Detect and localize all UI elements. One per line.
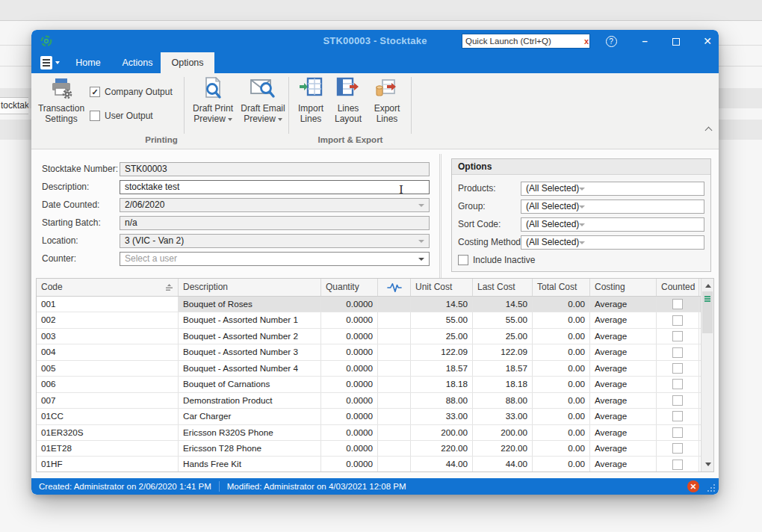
grid-cell[interactable]: 0.00 bbox=[533, 393, 590, 408]
grid-cell[interactable]: 0.0000 bbox=[321, 409, 378, 424]
grid-cell[interactable]: Hands Free Kit bbox=[179, 457, 321, 471]
grid-cell[interactable]: Average bbox=[590, 297, 657, 312]
grid-row[interactable]: 01CCCar Charger0.000033.0033.000.00Avera… bbox=[37, 409, 713, 424]
starting-batch-field[interactable]: n/a bbox=[120, 216, 430, 230]
grid-cell[interactable]: 0.00 bbox=[533, 441, 590, 456]
column-header-description[interactable]: Description bbox=[179, 279, 321, 296]
description-field[interactable]: stocktake test bbox=[120, 180, 430, 194]
grid-cell[interactable]: 0.0000 bbox=[321, 297, 378, 312]
status-close-icon[interactable]: ✕ bbox=[687, 480, 699, 492]
grid-cell[interactable]: Bouquet - Assorted Number 2 bbox=[179, 329, 321, 344]
counted-checkbox[interactable] bbox=[672, 299, 683, 309]
grid-cell[interactable]: 0.00 bbox=[533, 312, 590, 327]
scroll-up-icon[interactable] bbox=[701, 279, 713, 291]
grid-cell[interactable]: 200.00 bbox=[473, 425, 533, 440]
grid-cell[interactable]: 88.00 bbox=[473, 393, 533, 408]
grid-cell[interactable]: 0.0000 bbox=[321, 361, 378, 376]
grid-cell[interactable]: 220.00 bbox=[411, 441, 473, 456]
counted-checkbox[interactable] bbox=[672, 443, 683, 454]
grid-cell[interactable]: Bouquet - Assorted Number 3 bbox=[179, 344, 321, 359]
grid-cell[interactable]: 0.0000 bbox=[321, 393, 378, 408]
quick-launch-input[interactable] bbox=[462, 37, 583, 46]
grid-cell[interactable]: 0.0000 bbox=[321, 329, 378, 344]
lines-layout-button[interactable]: Lines Layout bbox=[330, 75, 366, 135]
scrollbar-thumb[interactable] bbox=[702, 291, 713, 333]
grid-row[interactable]: 004Bouquet - Assorted Number 30.0000122.… bbox=[37, 344, 713, 360]
grid-cell[interactable]: 0.0000 bbox=[321, 344, 378, 359]
grid-cell[interactable]: 002 bbox=[37, 312, 179, 327]
draft-print-preview-button[interactable]: Draft Print Preview bbox=[190, 75, 236, 135]
grid-cell[interactable]: 0.00 bbox=[533, 344, 590, 359]
sort-code-dropdown[interactable]: (All Selected) bbox=[521, 217, 704, 232]
minimize-button[interactable]: – bbox=[631, 30, 659, 52]
grid-cell[interactable] bbox=[378, 377, 411, 392]
counted-checkbox[interactable] bbox=[672, 427, 683, 438]
grid-cell[interactable]: Average bbox=[590, 344, 657, 359]
grid-cell[interactable]: Average bbox=[590, 377, 657, 392]
grid-row[interactable]: 01ET28Ericsson T28 Phone0.0000220.00220.… bbox=[37, 441, 713, 457]
grid-cell[interactable]: 01HF bbox=[37, 457, 179, 471]
column-header-serial-indicator[interactable] bbox=[378, 279, 411, 296]
grid-cell[interactable] bbox=[378, 361, 411, 376]
grid-cell[interactable]: 0.00 bbox=[533, 457, 590, 471]
grid-cell[interactable] bbox=[378, 409, 411, 424]
grid-cell[interactable]: 200.00 bbox=[411, 425, 473, 440]
grid-cell[interactable] bbox=[378, 297, 411, 312]
quick-launch-clear-icon[interactable]: x bbox=[583, 37, 589, 46]
quick-launch-box[interactable]: x bbox=[462, 34, 590, 49]
resize-grip[interactable] bbox=[707, 484, 715, 492]
products-dropdown[interactable]: (All Selected) bbox=[521, 182, 704, 196]
grid-cell[interactable]: Ericsson R320S Phone bbox=[179, 425, 321, 440]
grid-cell[interactable] bbox=[378, 457, 411, 471]
column-header-code[interactable]: Code bbox=[37, 279, 179, 296]
column-header-counted[interactable]: Counted bbox=[657, 279, 699, 296]
grid-cell[interactable]: 88.00 bbox=[411, 393, 473, 408]
grid-cell[interactable]: 55.00 bbox=[411, 312, 473, 327]
location-field[interactable]: 3 (VIC - Van 2) bbox=[120, 234, 430, 248]
tab-options[interactable]: Options bbox=[161, 52, 214, 73]
grid-cell[interactable]: Car Charger bbox=[179, 409, 321, 424]
counted-checkbox[interactable] bbox=[672, 347, 683, 358]
grid-row[interactable]: 01HFHands Free Kit0.000044.0044.000.00Av… bbox=[37, 457, 713, 472]
counted-checkbox[interactable] bbox=[672, 315, 683, 326]
company-output-checkbox[interactable]: ✓ Company Output bbox=[90, 87, 173, 97]
grid-cell[interactable]: Average bbox=[590, 329, 657, 344]
grid-cell[interactable] bbox=[378, 441, 411, 456]
group-dropdown[interactable]: (All Selected) bbox=[521, 200, 704, 214]
grid-cell[interactable] bbox=[378, 312, 411, 327]
collapse-ribbon-icon[interactable] bbox=[705, 126, 712, 132]
counted-checkbox[interactable] bbox=[672, 331, 683, 341]
grid-cell[interactable]: 0.00 bbox=[533, 377, 590, 392]
grid-cell[interactable]: 0.00 bbox=[533, 361, 590, 376]
grid-cell[interactable]: 01ER320S bbox=[37, 425, 179, 440]
grid-cell[interactable]: 0.0000 bbox=[321, 377, 378, 392]
counted-checkbox[interactable] bbox=[672, 460, 683, 470]
grid-cell[interactable]: Average bbox=[590, 393, 657, 408]
grid-cell[interactable]: Bouquet - Assorted Number 4 bbox=[179, 361, 321, 376]
application-menu-button[interactable] bbox=[40, 55, 63, 70]
draft-email-preview-button[interactable]: Draft Email Preview bbox=[239, 75, 287, 135]
grid-cell[interactable]: 18.57 bbox=[473, 361, 533, 376]
grid-cell[interactable]: 003 bbox=[37, 329, 179, 344]
grid-cell[interactable]: 0.0000 bbox=[321, 457, 378, 471]
grid-cell[interactable]: Average bbox=[590, 312, 657, 327]
grid-cell[interactable]: 18.57 bbox=[411, 361, 473, 376]
grid-row[interactable]: 002Bouquet - Assorted Number 10.000055.0… bbox=[37, 312, 713, 328]
grid-cell[interactable] bbox=[378, 329, 411, 344]
grid-cell[interactable]: Ericsson T28 Phone bbox=[179, 441, 321, 456]
stocktake-number-field[interactable]: STK00003 bbox=[120, 162, 430, 176]
import-lines-button[interactable]: Import Lines bbox=[293, 75, 329, 135]
grid-cell[interactable]: 0.0000 bbox=[321, 425, 378, 440]
grid-cell[interactable]: 44.00 bbox=[473, 457, 533, 471]
grid-cell[interactable]: 0.0000 bbox=[321, 441, 378, 456]
grid-cell[interactable]: 14.50 bbox=[473, 297, 533, 312]
grid-cell[interactable]: 44.00 bbox=[411, 457, 473, 471]
grid-cell[interactable]: 004 bbox=[37, 344, 179, 359]
grid-cell[interactable]: 33.00 bbox=[473, 409, 533, 424]
grid-cell[interactable]: 0.00 bbox=[533, 409, 590, 424]
grid-cell[interactable]: 25.00 bbox=[473, 329, 533, 344]
grid-cell[interactable]: 0.00 bbox=[533, 329, 590, 344]
grid-row[interactable]: 003Bouquet - Assorted Number 20.000025.0… bbox=[37, 329, 713, 344]
grid-cell[interactable] bbox=[378, 344, 411, 359]
grid-cell[interactable]: Average bbox=[590, 409, 657, 424]
